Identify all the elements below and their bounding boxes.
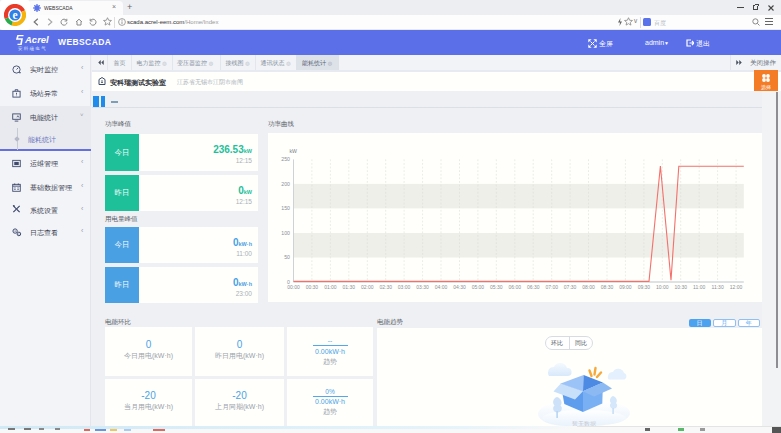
svg-text:200: 200 — [281, 181, 290, 187]
svg-text:09:00: 09:00 — [619, 284, 632, 290]
svg-text:04:30: 04:30 — [453, 284, 466, 290]
svg-text:08:30: 08:30 — [601, 284, 614, 290]
svg-text:10:00: 10:00 — [656, 284, 669, 290]
svg-text:150: 150 — [281, 205, 290, 211]
svg-text:250: 250 — [281, 156, 290, 162]
svg-text:11:30: 11:30 — [712, 284, 724, 290]
svg-text:01:00: 01:00 — [324, 284, 337, 290]
svg-text:12:00: 12:00 — [730, 284, 743, 290]
svg-text:09:30: 09:30 — [638, 284, 651, 290]
svg-text:00:00: 00:00 — [287, 284, 300, 290]
svg-text:03:30: 03:30 — [416, 284, 429, 290]
svg-text:03:00: 03:00 — [398, 284, 411, 290]
svg-text:10:30: 10:30 — [674, 284, 687, 290]
svg-text:01:30: 01:30 — [343, 284, 356, 290]
svg-text:00:30: 00:30 — [306, 284, 319, 290]
svg-text:e: e — [12, 9, 17, 21]
svg-text:05:00: 05:00 — [472, 284, 485, 290]
svg-text:02:30: 02:30 — [379, 284, 392, 290]
svg-text:50: 50 — [284, 254, 290, 260]
svg-text:kW: kW — [290, 148, 298, 154]
svg-text:06:00: 06:00 — [509, 284, 522, 290]
svg-text:100: 100 — [281, 230, 290, 236]
svg-text:07:30: 07:30 — [564, 284, 577, 290]
svg-text:08:00: 08:00 — [582, 284, 595, 290]
svg-text:06:30: 06:30 — [527, 284, 540, 290]
svg-text:02:00: 02:00 — [361, 284, 374, 290]
svg-text:11:00: 11:00 — [693, 284, 705, 290]
svg-text:05:30: 05:30 — [490, 284, 503, 290]
svg-text:04:00: 04:00 — [435, 284, 448, 290]
svg-text:07:00: 07:00 — [545, 284, 558, 290]
